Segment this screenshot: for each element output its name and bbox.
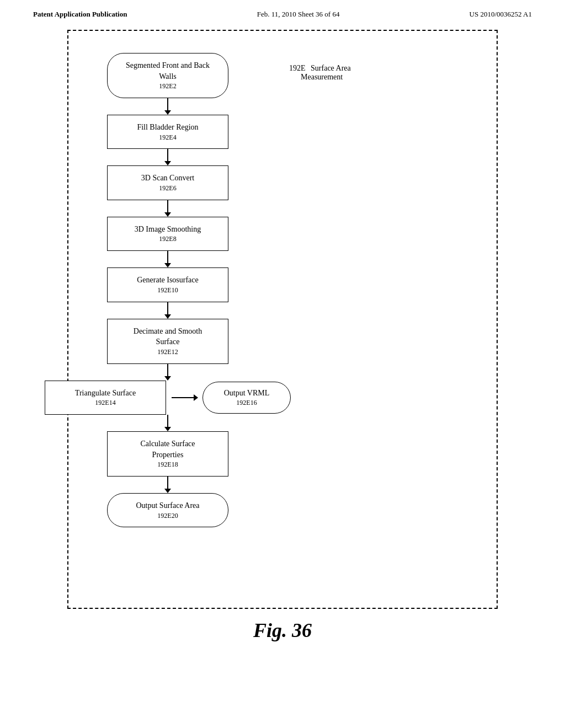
arrow-2 xyxy=(164,149,171,165)
node-192E8-label: 3D Image Smoothing xyxy=(119,224,217,235)
arrow-head xyxy=(164,263,171,267)
node-192E20: Output Surface Area 192E20 xyxy=(107,493,228,527)
arrow-head xyxy=(164,212,171,217)
arrow-3 xyxy=(164,200,171,217)
node-192E14-row: Triangulate Surface 192E14 Output VRML 1… xyxy=(45,381,291,415)
right-side: 192E Surface Area Measurement xyxy=(256,47,466,591)
arrow-line xyxy=(167,364,168,376)
page-header: Patent Application Publication Feb. 11, … xyxy=(0,0,565,24)
arrow-7 xyxy=(164,415,171,431)
diagram-container: Segmented Front and BackWalls 192E2 Fill… xyxy=(67,30,498,609)
header-left: Patent Application Publication xyxy=(33,10,127,19)
arrow-head xyxy=(164,110,171,115)
arrow-5 xyxy=(164,302,171,319)
arrow-8 xyxy=(164,477,171,493)
arrow-6 xyxy=(164,364,171,381)
arrow-head xyxy=(164,489,171,493)
figure-caption: Fig. 36 xyxy=(253,619,312,642)
node-192E4-label: Fill Bladder Region xyxy=(119,122,217,133)
surface-area-block: 192E Surface Area Measurement xyxy=(289,64,466,82)
node-192E14: Triangulate Surface 192E14 xyxy=(45,381,166,415)
h-arrow-head xyxy=(194,394,198,401)
arrow-line xyxy=(167,98,168,110)
node-192E12-label: Decimate and SmoothSurface xyxy=(119,326,217,347)
node-192E6-ref: 192E6 xyxy=(119,184,217,193)
node-192E6-label: 3D Scan Convert xyxy=(119,173,217,184)
arrow-4 xyxy=(164,251,171,267)
node-192E18-label: Calculate SurfaceProperties xyxy=(119,438,217,460)
arrow-1 xyxy=(164,98,171,115)
header-center: Feb. 11, 2010 Sheet 36 of 64 xyxy=(257,10,340,19)
node-192E16-ref: 192E16 xyxy=(211,398,282,408)
header-right: US 2010/0036252 A1 xyxy=(470,10,532,19)
left-flow: Segmented Front and BackWalls 192E2 Fill… xyxy=(79,47,256,591)
node-192E16-label: Output VRML xyxy=(211,388,282,399)
node-192E4: Fill Bladder Region 192E4 xyxy=(107,115,228,149)
node-192E18-ref: 192E18 xyxy=(119,460,217,469)
arrow-line xyxy=(167,251,168,263)
node-192E8: 3D Image Smoothing 192E8 xyxy=(107,217,228,251)
arrow-head xyxy=(164,314,171,319)
side-arrow-192E16: Output VRML 192E16 xyxy=(172,382,291,414)
node-192E4-ref: 192E4 xyxy=(119,133,217,142)
node-192E2-label: Segmented Front and BackWalls xyxy=(119,60,217,82)
arrow-head xyxy=(164,376,171,381)
node-192E2: Segmented Front and BackWalls 192E2 xyxy=(107,53,228,98)
arrow-head xyxy=(164,427,171,431)
node-192E14-ref: 192E14 xyxy=(56,398,154,408)
node-192E10: Generate Isosurface 192E10 xyxy=(107,267,228,302)
surface-area-ref: 192E xyxy=(289,64,306,72)
arrow-line xyxy=(167,477,168,489)
arrow-head xyxy=(164,161,171,165)
node-192E12-ref: 192E12 xyxy=(119,347,217,357)
node-192E14-label: Triangulate Surface xyxy=(56,388,154,399)
node-192E10-label: Generate Isosurface xyxy=(119,275,217,286)
node-192E10-ref: 192E10 xyxy=(119,286,217,295)
node-192E6: 3D Scan Convert 192E6 xyxy=(107,165,228,200)
arrow-line xyxy=(167,415,168,427)
arrow-line xyxy=(167,149,168,161)
node-192E8-ref: 192E8 xyxy=(119,234,217,244)
node-192E16: Output VRML 192E16 xyxy=(202,382,291,414)
node-192E12: Decimate and SmoothSurface 192E12 xyxy=(107,319,228,364)
main-content: Segmented Front and BackWalls 192E2 Fill… xyxy=(0,24,565,642)
arrow-line xyxy=(167,200,168,212)
h-arrow-line xyxy=(172,397,194,398)
node-192E20-ref: 192E20 xyxy=(119,511,217,521)
node-192E18: Calculate SurfaceProperties 192E18 xyxy=(107,431,228,477)
node-192E20-label: Output Surface Area xyxy=(119,500,217,511)
arrow-line xyxy=(167,302,168,314)
node-192E2-ref: 192E2 xyxy=(119,82,217,91)
